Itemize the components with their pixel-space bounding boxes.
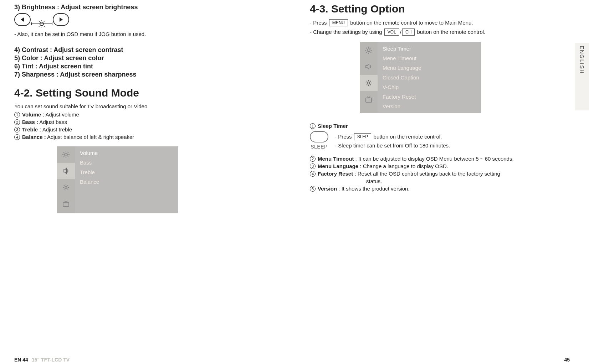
brightness-dial-icon [31,17,53,27]
svg-line-32 [67,185,68,186]
option-item-timeout: 2Menu Timeout : It can be adjusted to di… [310,156,570,162]
circle-number: 2 [14,119,20,125]
svg-marker-13 [60,17,63,22]
tv-icon [364,95,373,104]
osd-item-volume[interactable]: Volume [80,150,173,156]
osd-tab-picture[interactable] [360,42,378,58]
brightness-note: - Also, it can be set in OSD menu if JOG… [14,31,274,37]
osd-tab-tv[interactable] [360,91,378,108]
language-tab-label: ENGLISH [579,46,585,74]
sleep-remote-button: SLEEP [310,131,328,150]
osd-item-sleep[interactable]: Sleep Timer [383,46,476,52]
osd-label-column: Volume Bass Treble Balance [75,146,178,213]
item-tint: 6) Tint : Adjust screen tint [14,63,274,70]
item-sharpness: 7) Sharpness : Adjust screen sharpness [14,71,274,78]
ch-key: CH [402,28,415,36]
svg-line-20 [68,156,68,157]
osd-item-factory[interactable]: Factory Reset [383,94,476,100]
svg-point-14 [65,153,67,156]
sun-icon [364,46,373,54]
sleep-line-1: - Press SLEP button on the remote contro… [335,133,450,140]
option-osd-menu: Sleep Timer Mene Timeout Menu Language C… [360,42,481,113]
svg-line-44 [370,48,371,48]
vol-key: VOL [384,28,399,36]
osd-tab-picture[interactable] [57,146,75,163]
svg-line-42 [370,52,371,53]
intro-line-2: - Change the settings by using VOL/CH bu… [310,28,570,36]
osd-icon-column [360,42,378,113]
page-number-left: EN 44 [14,357,28,363]
speaker-icon [62,167,70,175]
svg-line-11 [39,26,40,27]
sleep-caption: SLEEP [311,144,328,150]
svg-point-46 [368,82,370,84]
svg-line-30 [67,189,68,189]
svg-marker-45 [366,64,369,69]
page-number-right: 45 [564,357,570,363]
right-arrow-button[interactable] [53,13,69,26]
circle-number: 4 [14,134,20,140]
sleep-button-block: SLEEP - Press SLEP button on the remote … [310,131,570,151]
osd-tab-options[interactable] [57,179,75,196]
osd-item-vchip[interactable]: V-Chip [383,84,476,90]
svg-line-51 [367,81,367,82]
osd-tab-tv[interactable] [57,196,75,212]
svg-line-10 [44,26,45,27]
circle-number: 2 [310,156,316,162]
svg-line-43 [366,52,367,53]
osd-item-caption[interactable]: Closed Caption [383,74,476,80]
page-footer: EN 4415" TFT-LCD TV 45 [0,357,589,364]
brightness-dial-graphic [14,13,274,26]
svg-line-22 [68,152,68,153]
sound-item-bass: 2Bass : Adjust bass [14,119,274,125]
option-item-version: 5Version : It shows the product version. [310,186,570,192]
left-column: 3) Brightness : Adjust screen brightness [14,3,274,213]
svg-line-29 [64,185,65,186]
section-4-3-title: 4-3. Setting Option [310,3,570,15]
svg-line-21 [63,156,64,157]
sound-osd-menu: Volume Bass Treble Balance [57,146,178,213]
section-4-2-title: 4-2. Setting Sound Mode [14,87,274,99]
svg-line-9 [39,21,40,22]
circle-number: 1 [14,112,20,118]
osd-icon-column [57,146,75,213]
osd-item-treble[interactable]: Treble [80,169,173,175]
pill-icon [310,131,328,142]
osd-item-timeout[interactable]: Mene Timeout [383,55,476,61]
intro-line-1: - Press MENU button on the remote contro… [310,19,570,26]
right-column: 4-3. Setting Option - Press MENU button … [310,3,570,213]
svg-line-53 [367,84,367,85]
osd-tab-sound[interactable] [57,163,75,179]
osd-tab-sound[interactable] [360,58,378,75]
menu-key: MENU [329,19,348,26]
item-color: 5) Color : Adjust screen color [14,54,274,62]
option-item-factory: 4Factory Reset : Reset all the OSD contr… [310,171,570,177]
option-item-factory-cont: status. [366,178,570,184]
osd-item-bass[interactable]: Bass [80,160,173,166]
circle-number: 4 [310,171,316,177]
svg-marker-23 [63,168,66,173]
svg-rect-33 [63,202,69,207]
circle-number: 1 [310,123,316,129]
gear-icon [62,183,70,192]
sleep-line-2: - Sleep timer can be set from Off to 180… [335,142,450,149]
svg-line-41 [366,48,367,48]
circle-number: 3 [14,127,20,132]
osd-item-language[interactable]: Menu Language [383,65,476,71]
osd-item-version[interactable]: Version [383,103,476,109]
svg-line-52 [370,84,371,85]
sun-icon [62,150,70,159]
svg-point-24 [65,186,67,188]
svg-line-54 [370,81,371,82]
left-arrow-button[interactable] [14,13,31,26]
osd-tab-options[interactable] [360,75,378,91]
sound-item-volume: 1Volume : Adjust volume [14,111,274,118]
svg-marker-0 [21,17,24,22]
gear-icon [364,79,373,87]
circle-number: 3 [310,163,316,169]
slep-key: SLEP [354,133,372,140]
osd-item-balance[interactable]: Balance [80,179,173,185]
triangle-right-icon [58,17,64,22]
tv-icon [62,199,70,208]
product-name: 15" TFT-LCD TV [32,357,70,363]
